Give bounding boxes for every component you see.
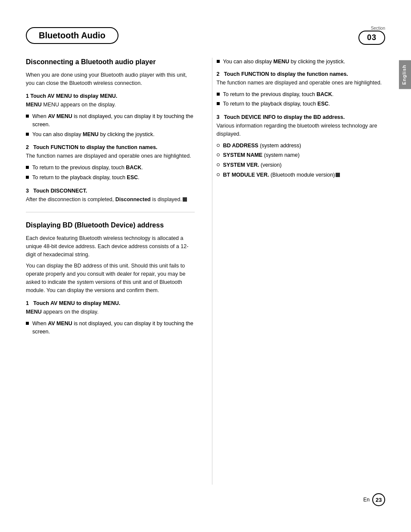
right-step2-bullet1: To return to the previous display, touch…: [217, 90, 386, 99]
bullet-icon: [26, 322, 29, 325]
section-number: 03: [358, 31, 385, 45]
step1-heading: 1 Touch AV MENU to display MENU.: [26, 93, 195, 99]
right-step3-heading: 3 Touch DEVICE INFO to display the BD ad…: [217, 114, 386, 120]
section1-title: Disconnecting a Bluetooth audio player: [26, 58, 195, 67]
divider: [26, 212, 195, 212]
bullet-icon: [217, 93, 220, 96]
step2-bullet1: To return to the previous display, touch…: [26, 164, 195, 172]
en-label: En: [363, 497, 370, 503]
section2-step1-bullet1: When AV MENU is not displayed, you can d…: [26, 320, 195, 336]
section-area: Section 03: [358, 26, 385, 45]
header-area: Bluetooth Audio Section 03: [0, 26, 411, 45]
section2-step1-body: MENU appears on the display.: [26, 308, 195, 316]
bullet-icon: [217, 60, 220, 63]
list-item-system-ver: SYSTEM VER. (version): [217, 161, 386, 169]
step1-bullet1: When AV MENU is not displayed, you can d…: [26, 112, 195, 129]
section-bd-address: Displaying BD (Bluetooth Device) address…: [26, 221, 195, 336]
note-icon: [336, 173, 340, 177]
section-box-area: 03: [358, 31, 385, 45]
page-footer: En 23: [0, 485, 411, 506]
page-number: 23: [372, 493, 385, 506]
page-number-area: En 23: [363, 493, 385, 506]
list-dot-icon: [217, 153, 220, 156]
section2-step1-heading: 1 Touch AV MENU to display MENU.: [26, 300, 195, 306]
list-item-system-name: SYSTEM NAME (system name): [217, 151, 386, 159]
section2-intro2: You can display the BD address of this u…: [26, 262, 195, 294]
section1-intro: When you are done using your Bluetooth a…: [26, 71, 195, 87]
right-step2-bullet2: To return to the playback display, touch…: [217, 100, 386, 108]
section-label: Section: [371, 26, 385, 31]
section2-intro1: Each device featuring Bluetooth wireless…: [26, 234, 195, 258]
list-item-bt-module-ver: BT MODULE VER. (Bluetooth module version…: [217, 171, 386, 179]
step2-bullet2: To return to the playback display, touch…: [26, 174, 195, 182]
right-step2-body: The function names are displayed and ope…: [217, 79, 386, 87]
bullet-icon: [26, 166, 29, 169]
list-dot-icon: [217, 163, 220, 166]
right-bullet1: You can also display MENU by clicking th…: [217, 58, 386, 66]
step2-body: The function names are displayed and ope…: [26, 152, 195, 160]
bullet-icon: [217, 102, 220, 105]
page-title: Bluetooth Audio: [26, 27, 118, 44]
step1-body: MENU MENU appears on the display.: [26, 101, 195, 109]
page: Bluetooth Audio Section 03 English Disco…: [0, 0, 411, 532]
step1-bullet2: You can also display MENU by clicking th…: [26, 131, 195, 139]
step3-body: After the disconnection is completed, Di…: [26, 196, 195, 204]
left-column: Disconnecting a Bluetooth audio player W…: [26, 58, 199, 485]
section-disconnecting: Disconnecting a Bluetooth audio player W…: [26, 58, 195, 203]
bullet-icon: [26, 133, 29, 136]
language-tab: English: [399, 60, 411, 89]
list-item-bd-address: BD ADDRESS (system address): [217, 142, 386, 150]
list-dot-icon: [217, 173, 220, 176]
bullet-icon: [26, 176, 29, 179]
content-area: Disconnecting a Bluetooth audio player W…: [0, 58, 411, 485]
right-column: You can also display MENU by clicking th…: [212, 58, 386, 485]
step3-heading: 3 Touch DISCONNECT.: [26, 188, 195, 194]
step2-heading: 2 Touch FUNCTION to display the function…: [26, 144, 195, 150]
bullet-icon: [26, 115, 29, 118]
section2-title: Displaying BD (Bluetooth Device) address: [26, 221, 195, 230]
right-step2-heading: 2 Touch FUNCTION to display the function…: [217, 71, 386, 77]
right-step3-body: Various information regarding the blueto…: [217, 122, 386, 138]
note-icon: [183, 197, 187, 202]
list-dot-icon: [217, 144, 220, 147]
